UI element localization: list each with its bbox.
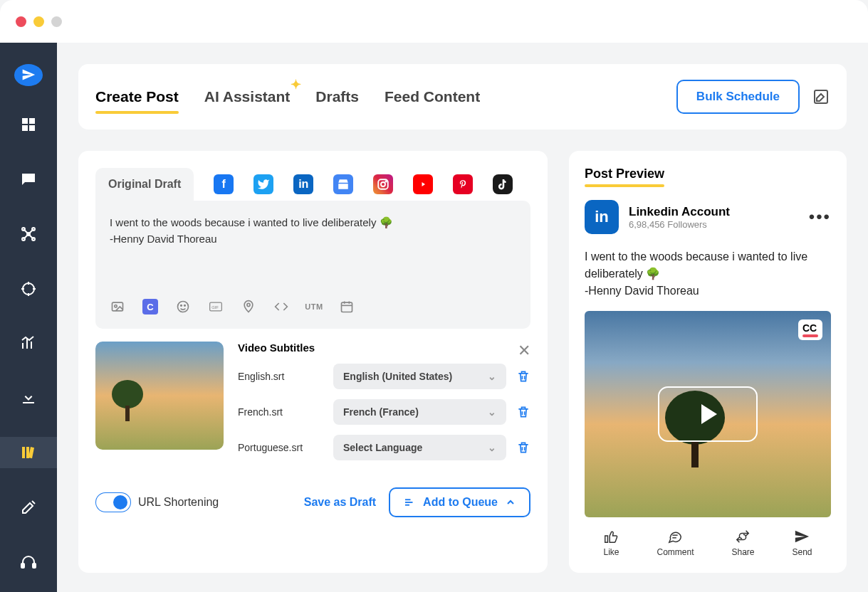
youtube-icon[interactable] [413, 174, 433, 194]
tiktok-icon[interactable] [493, 174, 513, 194]
share-button[interactable]: Share [731, 529, 754, 557]
delete-subtitle-1[interactable] [516, 405, 530, 419]
comment-icon [667, 529, 683, 544]
tools-icon [20, 499, 37, 516]
tab-original-draft[interactable]: Original Draft [95, 168, 194, 201]
sidebar-item-target[interactable] [0, 273, 57, 305]
headset-icon [20, 554, 37, 571]
emoji-icon[interactable] [175, 299, 191, 314]
share-icon [735, 529, 751, 544]
svg-point-35 [184, 305, 186, 307]
facebook-icon[interactable]: f [214, 174, 234, 194]
svg-point-30 [456, 178, 469, 191]
send-icon [794, 529, 810, 544]
window-maximize-dot[interactable] [51, 16, 62, 27]
svg-rect-23 [21, 564, 24, 568]
svg-point-28 [386, 181, 387, 182]
code-icon[interactable] [273, 299, 289, 314]
svg-point-32 [115, 305, 117, 307]
compose-icon[interactable] [812, 88, 830, 105]
analytics-icon [20, 334, 37, 352]
delete-subtitle-0[interactable] [516, 369, 530, 384]
sidebar-item-tools[interactable] [0, 491, 57, 523]
svg-point-34 [181, 305, 182, 307]
chat-icon [20, 171, 37, 188]
post-editor[interactable]: I went to the woods because i wanted to … [95, 201, 530, 329]
svg-point-38 [247, 303, 250, 306]
preview-account-name: Linkedin Account [629, 205, 799, 219]
svg-rect-44 [125, 406, 130, 421]
utm-icon[interactable]: UTM [306, 299, 322, 314]
preview-media: CC [585, 311, 831, 517]
tab-drafts[interactable]: Drafts [315, 88, 359, 105]
target-icon [20, 280, 37, 297]
sidebar-item-analytics[interactable] [0, 327, 57, 359]
add-to-queue-button[interactable]: Add to Queue [389, 487, 530, 517]
chevron-up-icon [505, 497, 516, 508]
queue-icon [403, 496, 416, 509]
sidebar-item-network[interactable] [0, 218, 57, 250]
sidebar-item-inbox[interactable] [0, 164, 57, 196]
compose-panel: Original Draft f in I went to the woods … [78, 151, 548, 573]
app-logo[interactable] [14, 64, 43, 86]
subtitle-lang-select-2[interactable]: Select Language⌄ [333, 435, 506, 460]
like-button[interactable]: Like [603, 529, 619, 557]
download-icon [20, 389, 37, 406]
subtitle-lang-select-1[interactable]: French (France)⌄ [333, 399, 506, 425]
sidebar [0, 43, 57, 592]
save-as-draft-button[interactable]: Save as Draft [304, 496, 376, 509]
preview-followers: 6,98,456 Followers [629, 219, 799, 230]
delete-subtitle-2[interactable] [516, 440, 530, 455]
video-thumbnail[interactable] [95, 342, 224, 450]
linkedin-icon[interactable]: in [293, 174, 313, 194]
window-minimize-dot[interactable] [33, 16, 44, 27]
sidebar-item-support[interactable] [0, 546, 57, 578]
svg-rect-1 [29, 118, 35, 124]
svg-rect-39 [342, 302, 352, 312]
send-button[interactable]: Send [792, 529, 812, 557]
more-options-icon[interactable]: ••• [809, 207, 831, 227]
instagram-icon[interactable] [373, 174, 393, 194]
network-icon [20, 226, 37, 243]
svg-point-13 [23, 283, 34, 295]
sidebar-item-library[interactable] [0, 437, 57, 469]
gif-icon[interactable]: GIF [208, 299, 224, 314]
media-icon[interactable] [110, 299, 125, 314]
preview-text-line2: -Henny David Thoreau [585, 285, 699, 297]
play-button[interactable] [658, 386, 758, 442]
chevron-down-icon: ⌄ [488, 406, 496, 418]
sidebar-item-dashboard[interactable] [0, 109, 57, 141]
chevron-down-icon: ⌄ [488, 442, 496, 453]
window-close-dot[interactable] [16, 16, 26, 27]
canva-icon[interactable]: C [142, 299, 158, 314]
subtitle-file-2: Portuguese.srt [238, 442, 323, 453]
url-shortening-toggle[interactable] [95, 492, 131, 512]
subtitle-file-0: English.srt [238, 371, 323, 382]
location-icon[interactable] [241, 299, 256, 314]
calendar-icon[interactable] [339, 299, 355, 314]
close-subtitle-panel[interactable]: ✕ [518, 342, 530, 360]
subtitle-lang-select-0[interactable]: English (United States)⌄ [333, 364, 506, 389]
sidebar-item-download[interactable] [0, 382, 57, 414]
preview-panel: Post Preview in Linkedin Account 6,98,45… [569, 151, 847, 573]
tab-feed-content[interactable]: Feed Content [385, 88, 480, 105]
chevron-down-icon: ⌄ [488, 371, 496, 382]
play-icon [701, 404, 717, 424]
google-business-icon[interactable] [333, 174, 353, 194]
pinterest-icon[interactable] [453, 174, 473, 194]
twitter-icon[interactable] [253, 174, 273, 194]
url-shortening-label: URL Shortening [138, 496, 219, 509]
svg-line-12 [28, 234, 33, 239]
cc-badge[interactable]: CC [798, 319, 822, 340]
tab-ai-assistant[interactable]: AI Assistant✦ [204, 88, 291, 105]
bulk-schedule-button[interactable]: Bulk Schedule [676, 80, 800, 114]
tab-create-post[interactable]: Create Post [95, 88, 179, 105]
svg-point-27 [381, 182, 385, 186]
svg-point-43 [112, 380, 143, 408]
preview-avatar-linkedin-icon: in [585, 200, 619, 234]
subtitle-file-1: French.srt [238, 406, 323, 418]
svg-rect-3 [29, 125, 35, 131]
comment-button[interactable]: Comment [657, 529, 694, 557]
preview-text-line1: I went to the woods because i wanted to … [585, 250, 807, 280]
svg-text:GIF: GIF [211, 305, 219, 310]
